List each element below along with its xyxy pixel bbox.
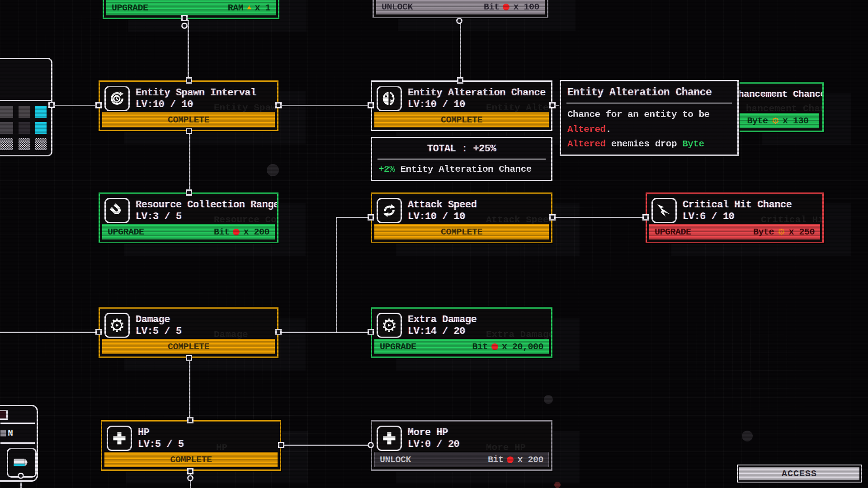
panel-cell	[0, 106, 13, 118]
skill-node-damage[interactable]: ⚙ ! Damage LV:5 / 5 Damage COMPLETE	[99, 307, 278, 358]
connector	[186, 355, 192, 361]
node-level: LV:6 / 10	[683, 211, 792, 222]
cost: RAM ▲ x 1	[228, 3, 270, 13]
skill-node-attack-speed[interactable]: Attack Speed LV:10 / 10 Attack Speed COM…	[371, 192, 552, 243]
cycle-arrows-icon	[377, 198, 402, 223]
tree-connector-line	[552, 217, 646, 218]
cost: Bit x 200	[488, 455, 543, 465]
connector	[187, 468, 193, 474]
connector	[187, 417, 193, 423]
background-dot	[267, 164, 279, 176]
cost-resource: Bit	[472, 342, 488, 352]
cost-resource: Byte	[747, 116, 768, 126]
connector	[186, 128, 192, 134]
status-label: COMPLETE	[170, 455, 212, 465]
panel-cell	[19, 106, 30, 118]
cost-qty: x 20,000	[502, 342, 543, 352]
skill-node-entity-spawn-interval[interactable]: Entity Spawn Interval LV:10 / 10 Entity …	[99, 80, 278, 131]
tree-connector-line	[336, 217, 337, 333]
upgrade-button[interactable]: UPGRADE Bit x 20,000	[374, 339, 549, 354]
access-button[interactable]: ACCESS	[737, 465, 862, 483]
cost-resource: Bit	[214, 227, 230, 237]
status-bar[interactable]: COMPLETE	[374, 112, 549, 127]
tree-connector-line	[0, 332, 99, 333]
connector	[18, 473, 24, 479]
status-label: COMPLETE	[168, 115, 209, 125]
status-bar[interactable]: COMPLETE	[102, 112, 275, 127]
node-level: LV:10 / 10	[408, 99, 546, 110]
side-panel-bottom-partial[interactable]: N	[0, 405, 38, 482]
cost: Byte ⚙ x 250	[753, 227, 815, 237]
connector	[181, 15, 188, 21]
bit-icon	[507, 456, 514, 463]
status-label: COMPLETE	[441, 227, 482, 237]
node-title: Extra Damage	[408, 314, 476, 325]
skill-tree-screen: { "strings": { "lv_prefix": "LV:", "comp…	[0, 0, 868, 488]
panel-cell-static	[0, 138, 13, 150]
connector	[48, 102, 55, 108]
panel-partial-label: N	[8, 428, 13, 438]
skill-node-extra-damage[interactable]: ⚙ ! Extra Damage LV:14 / 20 Extra Damage…	[371, 307, 552, 358]
upgrade-button[interactable]: UPGRADE Bit x 200	[102, 224, 275, 239]
unlock-button[interactable]: UNLOCK Bit x 100	[376, 0, 545, 14]
connector	[95, 329, 102, 335]
cost-qty: x 200	[517, 455, 543, 465]
plus-cross-icon	[107, 426, 132, 451]
connector	[368, 214, 374, 221]
connector	[275, 102, 282, 108]
byte-gear-icon: ⚙	[778, 228, 785, 236]
cost-qty: x 200	[243, 227, 269, 237]
gear-alert-icon: ⚙ !	[377, 313, 402, 338]
upgrade-button[interactable]: Byte ⚙ x 130	[737, 113, 819, 128]
grid-patch	[678, 280, 850, 425]
skill-node-bit-unlock-partial[interactable]: UNLOCK Bit x 100	[373, 0, 548, 18]
connector	[368, 102, 374, 108]
cost-qty: x 1	[255, 3, 270, 13]
skill-node-enhancement-chance-partial[interactable]: hancement Chance hancement Chance Byte ⚙…	[737, 82, 824, 132]
access-button-label: ACCESS	[739, 467, 859, 480]
panel-cell-cyan	[35, 122, 47, 134]
skill-node-ram-upgrade-partial[interactable]: UPGRADE RAM ▲ x 1	[103, 0, 279, 19]
connector	[549, 102, 556, 108]
action-label: UPGRADE	[380, 342, 416, 352]
status-bar[interactable]: COMPLETE	[104, 452, 278, 467]
action-label: UPGRADE	[112, 3, 148, 13]
upgrade-button[interactable]: UPGRADE RAM ▲ x 1	[106, 0, 276, 15]
cost: Bit x 200	[214, 227, 269, 237]
connector	[278, 442, 284, 448]
cost-qty: x 130	[783, 116, 809, 126]
node-title: Attack Speed	[408, 199, 476, 211]
upgrade-button[interactable]: UPGRADE Byte ⚙ x 250	[649, 224, 820, 239]
unlock-button[interactable]: UNLOCK Bit x 200	[374, 452, 549, 467]
status-bar[interactable]: COMPLETE	[102, 339, 275, 354]
tree-connector-line	[336, 217, 371, 218]
node-level: LV:3 / 5	[136, 211, 278, 222]
tree-connector-line	[189, 131, 190, 192]
node-level: LV:10 / 10	[136, 99, 256, 110]
claw-slash-icon	[651, 198, 677, 223]
bit-icon	[233, 229, 240, 235]
status-bar[interactable]: COMPLETE	[374, 224, 549, 239]
side-panel-top-partial[interactable]	[0, 58, 52, 156]
node-level: LV:14 / 20	[408, 326, 476, 337]
skill-node-resource-collection-range[interactable]: Resource Collection Range LV:3 / 5 Resou…	[99, 192, 278, 243]
tree-connector-line	[278, 332, 371, 333]
connector	[456, 18, 462, 24]
skill-node-critical-hit-chance[interactable]: Critical Hit Chance LV:6 / 10 Critical H…	[646, 192, 824, 243]
panel-divider	[0, 422, 35, 424]
action-label: UNLOCK	[380, 455, 411, 465]
panel-cell	[0, 122, 13, 134]
background-dot	[554, 482, 561, 488]
tooltip-body: Chance for an entity to be Altered. Alte…	[561, 103, 737, 156]
bit-icon	[491, 343, 498, 350]
ram-triangle-icon: ▲	[247, 4, 251, 11]
skill-node-more-hp[interactable]: More HP LV:0 / 20 More HP UNLOCK Bit x 2…	[371, 420, 552, 471]
connector	[549, 214, 556, 221]
byte-gear-icon: ⚙	[771, 117, 779, 125]
skill-node-hp[interactable]: HP LV:5 / 5 HP COMPLETE	[101, 420, 281, 471]
cost: Byte ⚙ x 130	[747, 116, 808, 126]
skill-node-entity-alteration-chance[interactable]: Entity Alteration Chance LV:10 / 10 Enti…	[371, 80, 552, 131]
tooltip: Entity Alteration Chance Chance for an e…	[560, 80, 739, 156]
node-title: HP	[138, 427, 184, 438]
cost-resource: Byte	[753, 227, 774, 237]
